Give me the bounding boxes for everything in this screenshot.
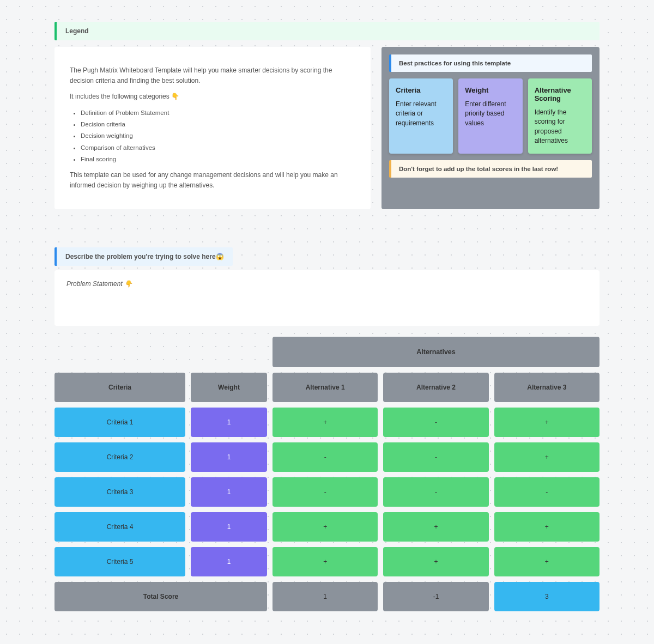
list-item: Comparison of alternatives bbox=[81, 143, 355, 153]
total-score-label: Total Score bbox=[55, 582, 267, 611]
score-cell[interactable]: - bbox=[383, 442, 488, 472]
legend-outro: This template can be used for any change… bbox=[70, 170, 355, 191]
legend-intro-2: It includes the following categories 👇 bbox=[70, 92, 355, 102]
header-weight: Weight bbox=[191, 373, 267, 402]
score-cell[interactable]: + bbox=[383, 547, 488, 576]
weight-cell[interactable]: 1 bbox=[191, 477, 267, 507]
score-cell[interactable]: + bbox=[272, 408, 378, 437]
sticky-alternative-scoring[interactable]: Alternative Scoring Identify the scoring… bbox=[528, 78, 592, 154]
weight-cell[interactable]: 1 bbox=[191, 512, 267, 542]
score-cell[interactable]: + bbox=[272, 512, 378, 542]
problem-title: Describe the problem you're trying to so… bbox=[55, 247, 233, 266]
list-item: Definition of Problem Statement bbox=[81, 108, 355, 118]
list-item: Decision criteria bbox=[81, 119, 355, 129]
total-alt3: 3 bbox=[494, 582, 600, 611]
header-alt3: Alternative 3 bbox=[494, 373, 600, 402]
score-cell[interactable]: + bbox=[494, 442, 600, 472]
criteria-cell[interactable]: Criteria 5 bbox=[55, 547, 185, 576]
list-item: Final scoring bbox=[81, 154, 355, 164]
reminder-note: Don't forget to add up the total scores … bbox=[389, 160, 592, 178]
sticky-title: Weight bbox=[465, 86, 516, 94]
score-cell[interactable]: - bbox=[383, 477, 488, 507]
total-alt1: 1 bbox=[272, 582, 378, 611]
header-criteria: Criteria bbox=[55, 373, 185, 402]
score-cell[interactable]: + bbox=[494, 408, 600, 437]
score-cell[interactable]: - bbox=[272, 442, 378, 472]
best-practices-title: Best practices for using this template bbox=[389, 54, 592, 72]
criteria-cell[interactable]: Criteria 2 bbox=[55, 442, 185, 472]
score-cell[interactable]: - bbox=[494, 477, 600, 507]
legend-title: Legend bbox=[55, 22, 600, 40]
score-cell[interactable]: + bbox=[494, 547, 600, 576]
criteria-cell[interactable]: Criteria 4 bbox=[55, 512, 185, 542]
criteria-cell[interactable]: Criteria 3 bbox=[55, 477, 185, 507]
sticky-body: Enter different priority based values bbox=[465, 100, 516, 128]
legend-intro-1: The Pugh Matrix Whiteboard Template will… bbox=[70, 65, 355, 86]
alternatives-header: Alternatives bbox=[272, 337, 600, 367]
sticky-criteria[interactable]: Criteria Enter relevant criteria or requ… bbox=[389, 78, 453, 154]
total-alt2: -1 bbox=[383, 582, 488, 611]
best-practices-panel: Best practices for using this template C… bbox=[382, 47, 600, 209]
matrix-spacer bbox=[55, 337, 267, 367]
sticky-title: Alternative Scoring bbox=[535, 86, 585, 102]
header-alt1: Alternative 1 bbox=[272, 373, 378, 402]
criteria-cell[interactable]: Criteria 1 bbox=[55, 408, 185, 437]
score-cell[interactable]: - bbox=[272, 477, 378, 507]
sticky-body: Identify the scoring for proposed altern… bbox=[535, 108, 585, 146]
weight-cell[interactable]: 1 bbox=[191, 408, 267, 437]
sticky-title: Criteria bbox=[396, 86, 446, 94]
header-alt2: Alternative 2 bbox=[383, 373, 488, 402]
sticky-body: Enter relevant criteria or requirements bbox=[396, 100, 446, 128]
sticky-weight[interactable]: Weight Enter different priority based va… bbox=[458, 78, 522, 154]
score-cell[interactable]: + bbox=[272, 547, 378, 576]
score-cell[interactable]: + bbox=[494, 512, 600, 542]
legend-description-card: The Pugh Matrix Whiteboard Template will… bbox=[55, 47, 371, 209]
problem-placeholder: Problem Statement 👇 bbox=[66, 280, 132, 288]
weight-cell[interactable]: 1 bbox=[191, 442, 267, 472]
weight-cell[interactable]: 1 bbox=[191, 547, 267, 576]
problem-statement-card[interactable]: Problem Statement 👇 bbox=[55, 270, 600, 326]
list-item: Decision weighting bbox=[81, 131, 355, 141]
legend-category-list: Definition of Problem Statement Decision… bbox=[81, 108, 355, 165]
score-cell[interactable]: + bbox=[383, 512, 488, 542]
score-cell[interactable]: - bbox=[383, 408, 488, 437]
